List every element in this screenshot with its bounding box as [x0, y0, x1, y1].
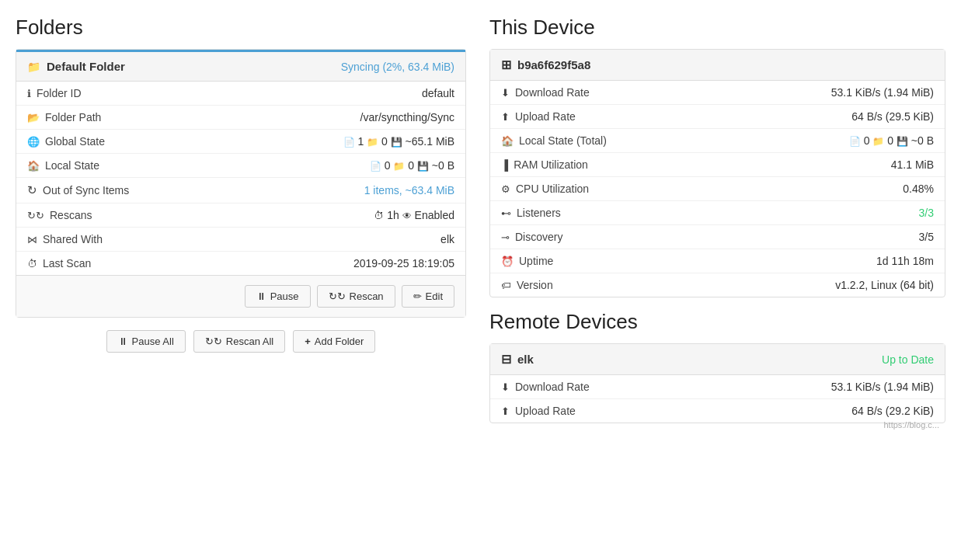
rescans-label: ↻ Rescans: [27, 209, 92, 221]
folder-id-label: Folder ID: [27, 87, 82, 99]
discovery-icon: [501, 231, 510, 243]
rescan-label-icon: ↻: [27, 210, 44, 221]
remote-device-name: elk: [517, 353, 534, 366]
cpu-value: 0.48%: [903, 183, 934, 195]
listeners-value: 3/3: [919, 207, 934, 219]
folder-name: Default Folder: [47, 60, 125, 73]
remote-device-card: elk Up to Date Download Rate 53.1 KiB/s …: [489, 343, 945, 423]
clock-icon: [374, 210, 384, 221]
remote-upload-value: 64 B/s (29.2 KiB): [851, 405, 934, 417]
folder-path-value: /var/syncthing/Sync: [360, 111, 454, 123]
device-id: b9a6f629f5a8: [517, 58, 590, 71]
this-device-info-table: Download Rate 53.1 KiB/s (1.94 MiB) Uplo…: [490, 81, 945, 297]
sync-icon: [27, 183, 37, 197]
local-state-value: 0 0 ~0 B: [370, 159, 454, 172]
folder-card-footer: Pause ↻ Rescan Edit: [16, 275, 465, 317]
folder-info-table: Folder ID default Folder Path /var/synct…: [16, 82, 465, 275]
folder-path-icon: [27, 112, 40, 123]
shared-with-row: Shared With elk: [16, 228, 465, 252]
this-device-header: b9a6f629f5a8: [490, 50, 945, 81]
cpu-row: CPU Utilization 0.48%: [490, 177, 945, 201]
version-value: v1.2.2, Linux (64 bit): [835, 279, 934, 291]
version-icon: [501, 280, 511, 291]
home-icon: [27, 160, 40, 172]
share-icon: [27, 234, 37, 245]
rescan-btn-icon: ↻: [329, 290, 346, 302]
cpu-icon: [501, 183, 510, 195]
local-state-row: Local State 0 0 ~0 B: [16, 154, 465, 178]
listeners-row: Listeners 3/3: [490, 201, 945, 225]
this-device-title: This Device: [489, 16, 945, 40]
folder-card-header: Default Folder Syncing (2%, 63.4 MiB): [16, 50, 465, 82]
folder-icon-total: [872, 135, 884, 147]
folder-header-left: Default Folder: [27, 60, 125, 73]
last-scan-row: Last Scan 2019-09-25 18:19:05: [16, 252, 465, 275]
remote-device-header-left: elk: [501, 352, 534, 367]
pause-all-icon: [118, 336, 128, 347]
upload-icon: [501, 111, 510, 123]
local-state-total-row: Local State (Total) 0 0 ~0 B: [490, 129, 945, 153]
file-icon-total: [849, 135, 861, 147]
ram-icon: [501, 159, 508, 171]
eye-icon: [402, 210, 412, 221]
remote-device-header: elk Up to Date: [490, 344, 945, 375]
disk-icon-local: [417, 160, 429, 172]
add-folder-icon: [305, 336, 311, 347]
ram-value: 41.1 MiB: [891, 158, 934, 171]
default-folder-card: Default Folder Syncing (2%, 63.4 MiB) Fo…: [16, 49, 466, 318]
this-device-card: b9a6f629f5a8 Download Rate 53.1 KiB/s (1…: [489, 49, 945, 297]
rescan-button[interactable]: ↻ Rescan: [317, 285, 395, 308]
folder-id-value: default: [422, 87, 454, 99]
shared-with-value: elk: [440, 233, 454, 245]
listeners-icon: [501, 207, 511, 219]
shared-with-label: Shared With: [27, 233, 103, 245]
uptime-value: 1d 11h 18m: [876, 255, 934, 267]
rescan-all-icon: ↻: [205, 336, 222, 347]
uptime-icon: [501, 256, 514, 267]
folder-icon-local: [393, 160, 405, 172]
local-state-label: Local State: [27, 159, 99, 172]
global-state-row: Global State 1 0 ~65.1 MiB: [16, 130, 465, 154]
disk-icon-global: [391, 136, 402, 148]
download-rate-row: Download Rate 53.1 KiB/s (1.94 MiB): [490, 81, 945, 105]
version-row: Version v1.2.2, Linux (64 bit): [490, 273, 945, 297]
edit-icon: [413, 290, 422, 302]
uptime-row: Uptime 1d 11h 18m: [490, 249, 945, 273]
qr-icon: [501, 57, 511, 72]
file-icon-global: [343, 136, 355, 148]
upload-rate-value: 64 B/s (29.5 KiB): [851, 110, 934, 123]
remote-upload-icon: [501, 405, 510, 417]
rescan-all-button[interactable]: ↻ Rescan All: [193, 330, 285, 353]
remote-device-status: Up to Date: [882, 353, 934, 366]
last-scan-label: Last Scan: [27, 257, 91, 270]
right-panel: This Device b9a6f629f5a8 Download Rate 5…: [489, 16, 945, 436]
remote-devices-title: Remote Devices: [489, 310, 945, 334]
add-folder-button[interactable]: Add Folder: [293, 330, 375, 353]
folders-panel: Folders Default Folder Syncing (2%, 63.4…: [16, 16, 466, 436]
download-icon: [501, 87, 510, 99]
download-rate-value: 53.1 KiB/s (1.94 MiB): [831, 86, 934, 99]
edit-button[interactable]: Edit: [402, 285, 454, 308]
local-total-icon: [501, 135, 514, 147]
global-state-label: Global State: [27, 135, 105, 148]
remote-download-value: 53.1 KiB/s (1.94 MiB): [831, 381, 934, 393]
folders-title: Folders: [16, 16, 466, 40]
rescans-row: ↻ Rescans 1h Enabled: [16, 203, 465, 228]
disk-icon-total: [897, 135, 908, 147]
last-scan-icon: [27, 258, 37, 270]
watermark-text: https://blog.c...: [883, 420, 939, 430]
folder-status: Syncing (2%, 63.4 MiB): [341, 61, 454, 73]
ram-row: RAM Utilization 41.1 MiB: [490, 153, 945, 177]
global-state-value: 1 0 ~65.1 MiB: [343, 135, 454, 148]
globe-icon: [27, 136, 40, 148]
pause-all-button[interactable]: Pause All: [106, 330, 186, 353]
file-icon-local: [370, 160, 381, 172]
remote-device-info-table: Download Rate 53.1 KiB/s (1.94 MiB) Uplo…: [490, 375, 945, 423]
pause-button[interactable]: Pause: [245, 285, 311, 308]
folder-icon-global: [367, 136, 378, 148]
last-scan-value: 2019-09-25 18:19:05: [353, 257, 454, 270]
remote-device-icon: [501, 352, 511, 367]
folder-icon: [27, 61, 40, 73]
remote-download-row: Download Rate 53.1 KiB/s (1.94 MiB): [490, 375, 945, 399]
rescans-value: 1h Enabled: [374, 209, 454, 221]
